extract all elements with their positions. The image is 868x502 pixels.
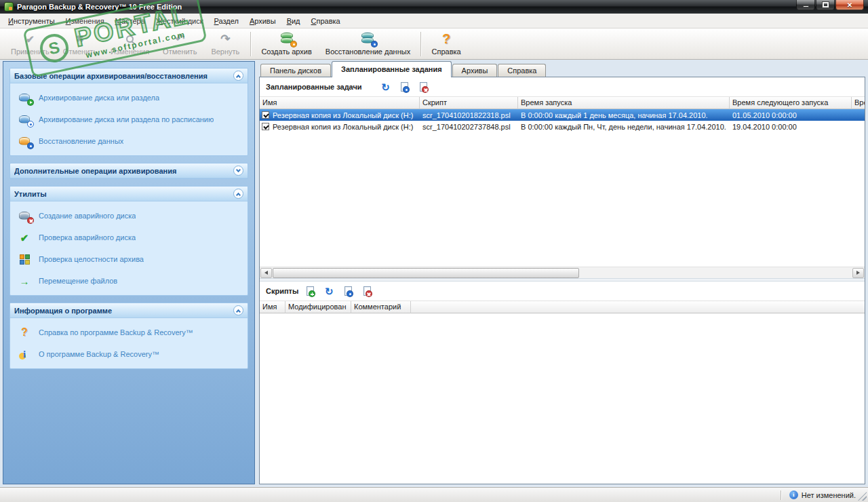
undo-button[interactable]: ↶ Отменить [156, 30, 203, 58]
menu-hard-disk[interactable]: Жесткий диск [151, 15, 209, 27]
edit-script-icon [344, 286, 352, 296]
toolbar-separator [250, 32, 251, 56]
help-button[interactable]: ? Справка [425, 30, 468, 58]
menu-tools[interactable]: Инструменты [3, 15, 60, 27]
menu-help[interactable]: Справка [306, 15, 346, 27]
sidebar-item-label: Проверка целостности архива [39, 255, 144, 263]
close-icon: ✕ [847, 1, 852, 9]
menu-archives[interactable]: Архивы [244, 15, 281, 27]
add-script-button[interactable] [302, 284, 317, 298]
task-name: Резервная копия из Локальный диск (H:) [273, 111, 413, 119]
edit-task-icon [401, 82, 408, 92]
task-name-cell: Резервная копия из Локальный диск (H:) [260, 111, 420, 119]
column-header-next-run[interactable]: Время следующего запуска [730, 97, 852, 109]
menu-view[interactable]: Вид [281, 15, 306, 27]
section-body: Создание аварийного диска ✔ Проверка ава… [10, 201, 248, 295]
discard-icon: ✖ [76, 32, 84, 45]
edit-script-button[interactable] [340, 284, 355, 298]
scroll-right-button[interactable] [852, 268, 864, 278]
undo-label: Отменить [163, 47, 197, 56]
help-icon: ? [442, 32, 450, 45]
refresh-tasks-button[interactable]: ↻ [378, 80, 393, 94]
task-start-time: В 0:00:00 каждый Пн, Чт, день недели, на… [518, 123, 730, 131]
create-archive-button[interactable]: Создать архив [254, 30, 318, 58]
refresh-scripts-button[interactable]: ↻ [321, 284, 336, 298]
restore-data-button[interactable]: Восстановление данных [319, 30, 417, 58]
scripts-table-header: Имя Модифицирован Комментарий [260, 301, 865, 313]
chevron-up-icon [236, 309, 241, 313]
sidebar-item-check-archive-integrity[interactable]: Проверка целостности архива [10, 248, 248, 270]
changes-icon [126, 32, 134, 45]
minimize-button[interactable] [796, 0, 815, 10]
edit-task-button[interactable] [397, 80, 412, 94]
collapse-button[interactable] [233, 71, 243, 81]
scheduled-tasks-pane: Запланированные задачи ↻ Имя Скрипт Врем… [260, 77, 865, 278]
restore-data-label: Восстановление данных [326, 47, 410, 56]
maximize-icon [823, 2, 829, 7]
section-header-basic-operations[interactable]: Базовые операции архивирования/восстанов… [10, 69, 248, 83]
task-checkbox[interactable] [262, 123, 269, 130]
sidebar-item-about-program[interactable]: i О программе Backup & Recovery™ [10, 343, 248, 365]
changes-label: Изменения [111, 47, 149, 56]
sidebar-item-archive-scheduled[interactable]: Архивирование диска или раздела по распи… [10, 109, 248, 130]
apply-button[interactable]: ✔ Применить [4, 30, 56, 58]
info-icon: i [789, 490, 798, 499]
changes-button[interactable]: Изменения [104, 30, 156, 58]
rescue-disk-icon [17, 210, 32, 222]
collapse-button[interactable] [233, 305, 243, 315]
close-button[interactable]: ✕ [835, 0, 864, 10]
sidebar-item-label: Архивирование диска или раздела по распи… [39, 115, 214, 123]
discard-button[interactable]: ✖ Отменить [56, 30, 104, 58]
section-body: Архивирование диска или раздела Архивиро… [10, 83, 248, 155]
status-separator [781, 490, 781, 500]
maximize-button[interactable] [816, 0, 835, 10]
expand-button[interactable] [233, 166, 243, 176]
sidebar-item-create-rescue-disk[interactable]: Создание аварийного диска [10, 205, 248, 227]
tab-help[interactable]: Справка [498, 64, 546, 77]
sidebar-panel: Базовые операции архивирования/восстанов… [3, 61, 255, 484]
sidebar-item-restore-data[interactable]: Восстановление данных [10, 130, 248, 152]
resize-grip[interactable] [858, 492, 867, 501]
column-header-comment[interactable]: Комментарий [351, 301, 411, 313]
section-header-program-info[interactable]: Информация о программе [10, 303, 248, 318]
menu-partition[interactable]: Раздел [209, 15, 244, 27]
sidebar-item-archive-disk[interactable]: Архивирование диска или раздела [10, 87, 248, 109]
column-header-start-time[interactable]: Время запуска [518, 97, 730, 109]
collapse-button[interactable] [233, 189, 243, 199]
task-row[interactable]: Резервная копия из Локальный диск (H:) s… [260, 109, 865, 121]
sidebar-item-label: Перемещение файлов [39, 277, 117, 285]
column-header-modified[interactable]: Модифицирован [285, 301, 351, 313]
scrollbar-thumb[interactable] [273, 268, 579, 278]
status-message-area: i Нет изменений. [781, 490, 856, 500]
sidebar-item-label: Справка по программе Backup & Recovery™ [39, 328, 193, 336]
delete-task-icon [420, 82, 427, 92]
column-header-name[interactable]: Имя [260, 301, 285, 313]
menu-wizards[interactable]: Мастера [110, 15, 151, 27]
column-header-last-run[interactable]: Врем [852, 97, 865, 109]
program-help-icon: ? [17, 326, 32, 339]
tab-disk-panel[interactable]: Панель дисков [260, 64, 331, 77]
task-row[interactable]: Резервная копия из Локальный диск (H:) s… [260, 121, 865, 132]
tab-scheduled-tasks[interactable]: Запланированные задания [332, 61, 452, 77]
tab-archives[interactable]: Архивы [452, 64, 498, 77]
redo-button[interactable]: ↷ Вернуть [203, 30, 247, 58]
menu-changes[interactable]: Изменения [60, 15, 110, 27]
column-header-name[interactable]: Имя [260, 97, 420, 109]
sidebar-item-file-transfer[interactable]: → Перемещение файлов [10, 270, 248, 292]
section-additional-operations: Дополнительные операции архивирования [9, 163, 248, 179]
delete-task-button[interactable] [416, 80, 431, 94]
toolbar-separator [420, 32, 421, 56]
section-header-utilities[interactable]: Утилиты [10, 187, 248, 201]
horizontal-scrollbar [260, 267, 865, 278]
title-bar: Paragon Backup & Recovery™ 10 Free Editi… [0, 0, 868, 14]
task-name: Резервная копия из Локальный диск (H:) [273, 123, 413, 131]
sidebar-item-check-rescue-disk[interactable]: ✔ Проверка аварийного диска [10, 227, 248, 248]
section-header-additional-operations[interactable]: Дополнительные операции архивирования [10, 163, 248, 178]
column-header-script[interactable]: Скрипт [420, 97, 518, 109]
sidebar-item-program-help[interactable]: ? Справка по программе Backup & Recovery… [10, 322, 248, 343]
delete-script-button[interactable] [359, 284, 374, 298]
scroll-left-button[interactable] [260, 268, 272, 278]
redo-label: Вернуть [211, 47, 239, 56]
sidebar-item-label: Архивирование диска или раздела [39, 94, 159, 102]
task-checkbox[interactable] [262, 111, 269, 119]
